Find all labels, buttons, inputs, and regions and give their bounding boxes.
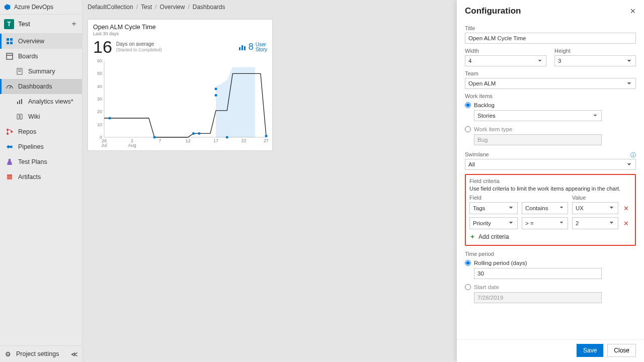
sidebar-item-wiki[interactable]: Wiki <box>0 109 82 124</box>
backlog-select[interactable]: Stories <box>474 110 602 121</box>
svg-point-15 <box>7 133 9 135</box>
svg-rect-3 <box>7 42 9 44</box>
sidebar-item-repos[interactable]: Repos <box>0 124 82 139</box>
svg-text:27: 27 <box>264 138 268 143</box>
panel-title: Configuration <box>465 6 521 16</box>
svg-point-40 <box>109 117 111 120</box>
widget-big-number: 16 <box>93 37 112 57</box>
project-row[interactable]: T Test ＋ <box>0 15 82 33</box>
backlog-radio[interactable] <box>465 102 471 108</box>
criteria-op-select[interactable]: > = <box>522 217 568 229</box>
wit-radio-row[interactable]: Work item type <box>465 126 636 132</box>
add-criteria-button[interactable]: ＋ Add criteria <box>469 232 631 241</box>
pipelines-icon <box>6 143 14 151</box>
title-input[interactable] <box>465 33 636 44</box>
svg-text:20: 20 <box>97 109 102 114</box>
breadcrumb-item[interactable]: DefaultCollection <box>88 4 133 11</box>
sidebar-item-dashboards[interactable]: Dashboards <box>0 79 82 94</box>
sidebar-item-label: Overview <box>18 38 44 45</box>
field-criteria-box: Field criteria Use field criteria to lim… <box>465 174 636 246</box>
wit-select <box>474 134 602 145</box>
height-label: Height <box>554 48 636 54</box>
swimlane-select[interactable]: All <box>465 159 636 170</box>
sidebar-item-testplans[interactable]: Test Plans <box>0 154 82 169</box>
wit-radio[interactable] <box>465 126 471 132</box>
dashboards-icon <box>6 82 14 90</box>
svg-text:7: 7 <box>159 138 162 143</box>
settings-label: Project settings <box>16 350 59 357</box>
width-select[interactable]: 4 <box>465 55 546 66</box>
svg-rect-13 <box>21 99 22 104</box>
rolling-input[interactable] <box>474 268 602 279</box>
close-button[interactable]: Close <box>607 344 636 357</box>
svg-text:30: 30 <box>97 97 102 102</box>
svg-point-46 <box>226 136 228 139</box>
cycle-time-widget[interactable]: Open ALM Cycle Time Last 30 days 16 Days… <box>88 19 273 151</box>
criteria-label: Field criteria <box>469 178 631 184</box>
team-label: Team <box>465 70 636 76</box>
svg-rect-21 <box>244 46 246 50</box>
criteria-value-select[interactable]: UX <box>572 202 618 214</box>
widget-subtitle: Last 30 days <box>93 31 267 36</box>
sidebar-item-pipelines[interactable]: Pipelines <box>0 139 82 154</box>
sidebar: Azure DevOps T Test ＋ Overview Boards Su… <box>0 0 83 362</box>
svg-point-44 <box>215 94 217 97</box>
wit-label: Work item type <box>474 126 512 132</box>
breadcrumb-item[interactable]: Test <box>141 4 152 11</box>
criteria-field-select[interactable]: Priority <box>469 217 518 229</box>
close-icon[interactable]: ✕ <box>630 7 636 15</box>
project-name: Test <box>18 20 30 28</box>
sidebar-item-overview[interactable]: Overview <box>0 34 82 49</box>
widget-metric: Days on average (Started to Completed) <box>116 41 162 53</box>
startdate-radio[interactable] <box>465 284 471 290</box>
remove-criteria-icon[interactable]: ✕ <box>622 205 629 212</box>
info-icon[interactable]: ⓘ <box>630 151 636 159</box>
svg-text:Jul: Jul <box>101 143 107 148</box>
width-label: Width <box>465 48 546 54</box>
criteria-op-select[interactable]: Contains <box>522 202 568 214</box>
criteria-value-select[interactable]: 2 <box>572 217 618 229</box>
svg-rect-17 <box>7 175 12 179</box>
startdate-label: Start date <box>474 284 499 290</box>
team-select[interactable]: Open ALM <box>465 78 636 89</box>
wiki-icon <box>16 113 24 121</box>
collapse-icon[interactable]: ≪ <box>71 350 78 358</box>
sidebar-item-artifacts[interactable]: Artifacts <box>0 169 82 185</box>
add-criteria-label: Add criteria <box>478 233 509 240</box>
cycle-time-chart: 010203040506028Jul2Aug712172227 <box>93 59 268 148</box>
project-settings[interactable]: ⚙ Project settings ≪ <box>0 345 82 362</box>
sidebar-item-summary[interactable]: Summary <box>0 64 82 79</box>
repos-icon <box>6 128 14 136</box>
sidebar-item-label: Boards <box>18 53 38 60</box>
height-select[interactable]: 3 <box>554 55 636 66</box>
overview-icon <box>6 37 14 45</box>
backlog-radio-row[interactable]: Backlog <box>465 102 636 108</box>
svg-marker-0 <box>5 4 10 10</box>
swimlane-label: Swimlane ⓘ <box>465 151 636 157</box>
startdate-radio-row[interactable]: Start date <box>465 284 636 290</box>
timeperiod-label: Time period <box>465 251 636 257</box>
criteria-field-select[interactable]: Tags <box>469 202 518 214</box>
svg-rect-11 <box>17 102 18 104</box>
svg-text:12: 12 <box>186 138 191 143</box>
testplans-icon <box>6 158 14 166</box>
brand-label: Azure DevOps <box>14 4 53 11</box>
breadcrumb-item[interactable]: Dashboards <box>193 4 225 11</box>
analytics-icon <box>16 98 24 106</box>
breadcrumb-item[interactable]: Overview <box>159 4 185 11</box>
svg-text:10: 10 <box>97 122 102 127</box>
brand[interactable]: Azure DevOps <box>0 0 82 14</box>
remove-criteria-icon[interactable]: ✕ <box>622 220 629 227</box>
svg-point-41 <box>153 136 155 139</box>
svg-rect-18 <box>7 174 12 175</box>
rolling-radio-row[interactable]: Rolling period (days) <box>465 260 636 266</box>
sidebar-item-analytics[interactable]: Analytics views* <box>0 94 82 109</box>
rolling-radio[interactable] <box>465 260 471 266</box>
add-icon[interactable]: ＋ <box>70 19 78 29</box>
sidebar-item-boards[interactable]: Boards <box>0 49 82 64</box>
boards-icon <box>6 52 14 60</box>
save-button[interactable]: Save <box>577 344 603 357</box>
svg-text:Aug: Aug <box>128 143 136 148</box>
svg-text:50: 50 <box>97 71 102 76</box>
svg-rect-19 <box>239 47 240 50</box>
